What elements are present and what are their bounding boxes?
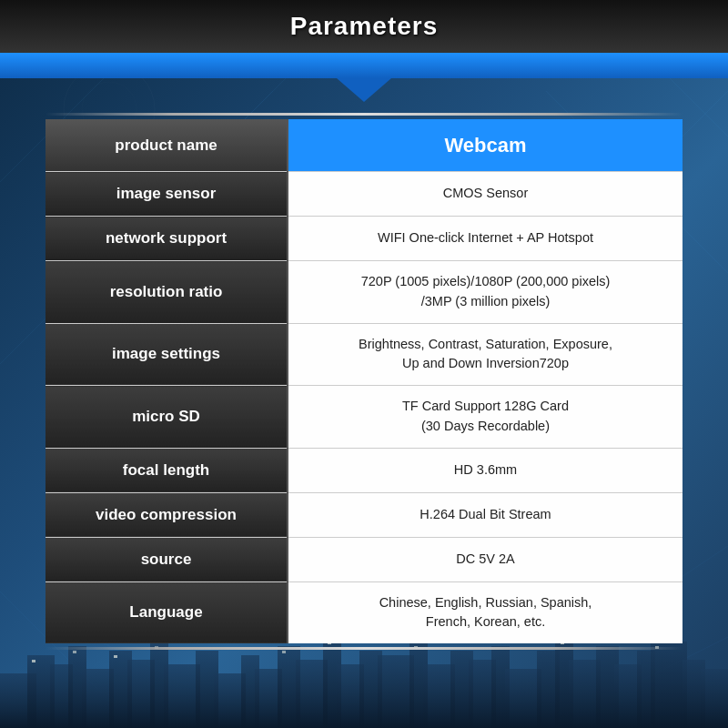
table-row: image sensorCMOS Sensor	[46, 172, 682, 217]
table-row: product nameWebcam	[46, 119, 682, 172]
param-value: Webcam	[288, 119, 682, 172]
param-value: TF Card Support 128G Card(30 Days Record…	[288, 386, 682, 449]
param-value: WIFI One-click Internet + AP Hotspot	[288, 217, 682, 261]
svg-rect-47	[569, 660, 601, 728]
table-row: resolution ratio720P (1005 pixels)/1080P…	[46, 261, 682, 324]
table-row: LanguageChinese, English, Russian, Spani…	[46, 581, 682, 643]
param-value: H.264 Dual Bit Stream	[288, 492, 682, 537]
svg-rect-55	[73, 651, 76, 653]
header-bar: Parameters	[0, 0, 728, 53]
param-label: resolution ratio	[46, 261, 288, 324]
param-label: Language	[46, 581, 288, 643]
svg-rect-28	[164, 664, 200, 728]
svg-rect-54	[32, 660, 35, 662]
param-label: product name	[46, 119, 288, 172]
param-value: DC 5V 2A	[288, 537, 682, 581]
param-value: 720P (1005 pixels)/1080P (200,000 pixels…	[288, 261, 682, 324]
svg-rect-38	[378, 655, 414, 728]
table-row: sourceDC 5V 2A	[46, 537, 682, 581]
table-wrapper: product nameWebcamimage sensorCMOS Senso…	[46, 113, 682, 650]
table-row: network supportWIFI One-click Internet +…	[46, 217, 682, 261]
svg-rect-34	[296, 660, 328, 728]
param-label: video compression	[46, 492, 288, 537]
top-divider	[46, 113, 682, 116]
param-value: CMOS Sensor	[288, 172, 682, 217]
page-title: Parameters	[290, 12, 439, 41]
blue-strip	[0, 53, 728, 78]
param-value: HD 3.6mm	[288, 448, 682, 492]
svg-rect-30	[214, 673, 246, 728]
param-label: micro SD	[46, 386, 288, 449]
table-row: focal lengthHD 3.6mm	[46, 448, 682, 492]
svg-rect-51	[651, 642, 687, 728]
parameters-table: product nameWebcamimage sensorCMOS Senso…	[46, 119, 682, 643]
svg-rect-40	[423, 664, 455, 728]
param-label: source	[46, 537, 288, 581]
param-value: Chinese, English, Russian, Spanish,Frenc…	[288, 581, 682, 643]
table-row: image settingsBrightness, Contrast, Satu…	[46, 323, 682, 386]
param-label: image sensor	[46, 172, 288, 217]
param-label: network support	[46, 217, 288, 261]
bottom-divider	[46, 647, 682, 650]
svg-rect-58	[282, 651, 286, 653]
svg-rect-53	[701, 669, 728, 728]
svg-rect-56	[114, 655, 117, 658]
svg-rect-24	[82, 669, 114, 728]
table-row: micro SDTF Card Support 128G Card(30 Day…	[46, 386, 682, 449]
param-value: Brightness, Contrast, Saturation, Exposu…	[288, 323, 682, 386]
arrow-down	[337, 78, 391, 102]
svg-rect-44	[505, 669, 541, 728]
table-row: video compressionH.264 Dual Bit Stream	[46, 492, 682, 537]
param-label: image settings	[46, 323, 288, 386]
param-label: focal length	[46, 448, 288, 492]
